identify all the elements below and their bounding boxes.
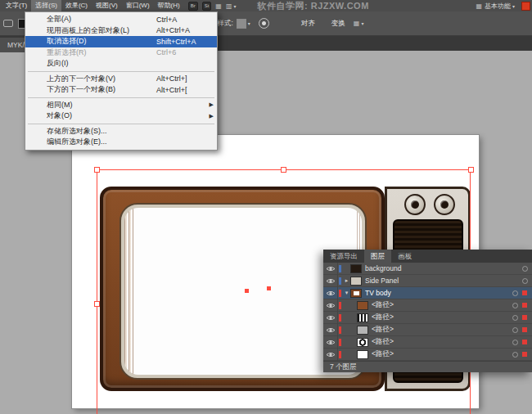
menu-窗口(W)[interactable]: 窗口(W): [122, 0, 154, 11]
layer-row-<路径>[interactable]: <路径>: [323, 324, 532, 336]
menu-帮助(H)[interactable]: 帮助(H): [154, 0, 184, 11]
align-button[interactable]: 对齐: [297, 17, 319, 30]
menu-效果(C)[interactable]: 效果(C): [61, 0, 92, 11]
visibility-eye-icon[interactable]: [325, 351, 336, 358]
chevron-down-icon[interactable]: ▾: [233, 3, 236, 9]
visibility-eye-icon[interactable]: [325, 290, 336, 297]
layer-row-Side Panel[interactable]: ▸Side Panel: [323, 275, 532, 287]
visibility-eye-icon[interactable]: [325, 326, 336, 334]
visibility-eye-icon[interactable]: [325, 314, 336, 322]
br-app-icon[interactable]: Br: [188, 2, 198, 11]
chevron-down-icon[interactable]: ▾: [361, 20, 363, 26]
style-swatch[interactable]: [237, 19, 246, 29]
menu-item-shortcut: Alt+Ctrl+]: [156, 74, 205, 83]
menu-item-现用画板上的全部对象(L)[interactable]: 现用画板上的全部对象(L)Alt+Ctrl+A: [25, 25, 217, 37]
menu-文字(T)[interactable]: 文字(T): [2, 0, 31, 11]
menu-选择(S)[interactable]: 选择(S): [31, 0, 61, 11]
layer-name[interactable]: <路径>: [372, 313, 512, 322]
tab-asset-export[interactable]: 资源导出: [323, 250, 364, 263]
selection-handle[interactable]: [94, 167, 100, 173]
menu-item-上方的下一个对象(V)[interactable]: 上方的下一个对象(V)Alt+Ctrl+]: [25, 74, 217, 85]
menu-item-相同(M)[interactable]: 相同(M)▶: [25, 100, 217, 111]
layer-thumbnail[interactable]: [357, 301, 368, 310]
layer-name[interactable]: <路径>: [372, 349, 512, 359]
layout-grid-icon[interactable]: ▦: [215, 2, 222, 10]
menu-item-反向(I)[interactable]: 反向(I): [25, 58, 217, 70]
target-circle-icon[interactable]: [522, 278, 528, 284]
selection-handle[interactable]: [468, 167, 474, 173]
layer-name[interactable]: background: [365, 264, 522, 272]
tab-artboards[interactable]: 画板: [391, 250, 418, 263]
visibility-eye-icon[interactable]: [325, 277, 336, 285]
visibility-eye-icon[interactable]: [325, 265, 336, 272]
layer-thumbnail[interactable]: [357, 326, 368, 335]
workspace-switcher[interactable]: 基本功能: [485, 2, 511, 11]
tab-layers[interactable]: 图层: [364, 250, 391, 263]
layer-name[interactable]: Side Panel: [365, 277, 522, 285]
visibility-eye-icon[interactable]: [325, 339, 336, 346]
layer-row-<路径>[interactable]: <路径>: [323, 299, 532, 312]
wood-grain-left: [124, 208, 133, 375]
expand-arrow-icon[interactable]: ▾: [343, 290, 350, 296]
selection-color-mark: [522, 340, 527, 344]
menu-item-取消选择(D)[interactable]: 取消选择(D)Shift+Ctrl+A: [25, 36, 217, 47]
selection-handle[interactable]: [94, 301, 100, 307]
target-circle-icon[interactable]: [512, 303, 518, 308]
layer-color-bar: [339, 302, 341, 309]
layer-name[interactable]: <路径>: [372, 325, 512, 335]
menu-item-下方的下一个对象(B)[interactable]: 下方的下一个对象(B)Alt+Ctrl+[: [25, 84, 217, 96]
layers-panel-tabs: 资源导出 图层 画板: [323, 250, 532, 263]
menu-item-编辑所选对象(E)...[interactable]: 编辑所选对象(E)...: [25, 137, 217, 148]
layer-row-background[interactable]: background: [323, 263, 532, 275]
target-circle-icon[interactable]: [522, 266, 528, 272]
target-circle-icon[interactable]: [512, 290, 518, 296]
layer-thumbnail[interactable]: [350, 289, 362, 298]
target-circle-icon[interactable]: [512, 340, 518, 345]
column-divider: [337, 263, 338, 275]
workspace-icon[interactable]: ▦: [476, 2, 482, 10]
expand-arrow-icon[interactable]: ▸: [343, 277, 350, 284]
layer-name[interactable]: <路径>: [372, 337, 512, 347]
target-circle-icon[interactable]: [512, 352, 518, 358]
arrange-documents-icon[interactable]: ▥: [226, 2, 232, 10]
panel-options-icon[interactable]: ▦: [354, 20, 360, 27]
visibility-eye-icon[interactable]: [325, 302, 336, 309]
tv-knob[interactable]: [404, 194, 426, 215]
layer-thumbnail[interactable]: [350, 277, 362, 286]
layer-thumbnail[interactable]: [357, 338, 368, 347]
chevron-down-icon[interactable]: ▾: [248, 20, 250, 26]
menu-item-label: 反向(I): [47, 58, 156, 69]
layer-name[interactable]: TV body: [365, 289, 512, 297]
column-divider: [337, 287, 338, 299]
menu-item-shortcut: Shift+Ctrl+A: [156, 38, 205, 46]
menu-item-全部(A)[interactable]: 全部(A)Ctrl+A: [25, 14, 217, 25]
tv-knob[interactable]: [434, 194, 455, 215]
menu-item-存储所选对象(S)...[interactable]: 存储所选对象(S)...: [25, 126, 217, 137]
chevron-down-icon[interactable]: ▾: [512, 3, 515, 9]
transform-button[interactable]: 变换: [327, 17, 349, 30]
object-center-mark: [245, 289, 249, 293]
layer-row-<路径>[interactable]: <路径>: [323, 349, 532, 361]
menu-bar: 文字(T)选择(S)效果(C)视图(V)窗口(W)帮助(H) BrSt ▦ ▥ …: [0, 0, 532, 11]
layer-row-TV body[interactable]: ▾TV body: [323, 287, 532, 299]
column-divider: [337, 324, 338, 336]
menu-视图(V)[interactable]: 视图(V): [92, 0, 122, 11]
selection-handle[interactable]: [281, 167, 286, 173]
st-app-icon[interactable]: St: [202, 2, 212, 11]
layer-thumbnail[interactable]: [357, 350, 368, 359]
layer-name[interactable]: <路径>: [372, 300, 512, 310]
layer-row-<路径>[interactable]: <路径>: [323, 336, 532, 349]
layers-status-bar: 7 个图层: [323, 361, 532, 372]
target-circle-icon[interactable]: [512, 315, 518, 321]
menu-separator: [28, 124, 214, 124]
layer-thumbnail[interactable]: [350, 264, 362, 273]
menubar-items: 文字(T)选择(S)效果(C)视图(V)窗口(W)帮助(H): [2, 0, 184, 11]
menu-item-对象(O)[interactable]: 对象(O)▶: [25, 110, 217, 122]
path-indicator-icon: [3, 20, 13, 27]
recolor-artwork-icon[interactable]: [259, 18, 269, 29]
layer-thumbnail[interactable]: [357, 313, 368, 322]
target-circle-icon[interactable]: [512, 327, 518, 333]
selection-color-mark: [522, 290, 527, 295]
menu-item-label: 取消选择(D): [47, 36, 156, 47]
layer-row-<路径>[interactable]: <路径>: [323, 312, 532, 324]
